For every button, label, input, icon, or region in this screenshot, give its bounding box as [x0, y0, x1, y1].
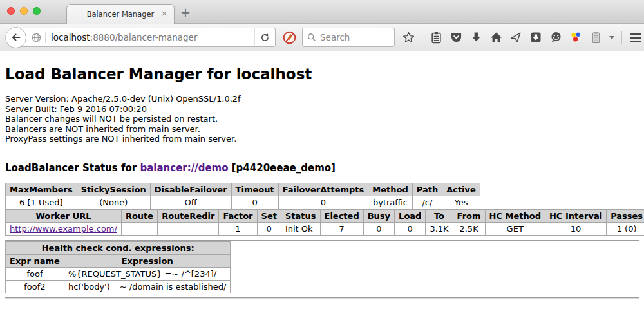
cell-worker-url: http://www.example.com/	[6, 222, 122, 235]
col-from: From	[453, 209, 485, 222]
health-row-foof: foof %{REQUEST_STATUS} =~ /^[234]/	[6, 267, 231, 280]
reload-icon	[260, 33, 270, 42]
bookmark-star-icon[interactable]	[402, 31, 415, 44]
titlebar: Balancer Manager × +	[0, 0, 644, 24]
cell-expression-foof: %{REQUEST_STATUS} =~ /^[234]/	[64, 267, 231, 280]
proxypass-notice-line: ProxyPass settings are NOT inherited fro…	[5, 134, 639, 144]
health-check-table: Health check cond. expressions: Expr nam…	[5, 241, 231, 293]
cell-hc-method: GET	[485, 222, 545, 235]
downloads-icon[interactable]	[469, 31, 482, 44]
page-content: Load Balancer Manager for localhost Serv…	[0, 51, 644, 316]
navigation-toolbar: localhost:8880/balancer-manager Search	[0, 24, 644, 51]
col-maxmembers: MaxMembers	[6, 183, 77, 196]
cell-passes: 1 (0)	[607, 222, 644, 235]
health-table-title: Health check cond. expressions:	[6, 241, 231, 254]
col-timeout: Timeout	[231, 183, 278, 196]
col-active: Active	[442, 183, 480, 196]
url-bar[interactable]: localhost:8880/balancer-manager	[15, 28, 276, 47]
url-path: :8880/balancer-manager	[90, 32, 198, 42]
site-identity-globe-icon[interactable]	[32, 33, 41, 42]
cell-route	[121, 222, 157, 235]
cell-path: /c/	[412, 196, 442, 209]
colored-dots-addon-icon[interactable]	[569, 31, 582, 44]
col-load: Load	[395, 209, 426, 222]
tab-title: Balancer Manager	[87, 10, 155, 19]
col-busy: Busy	[363, 209, 394, 222]
url-text[interactable]: localhost:8880/balancer-manager	[51, 32, 254, 42]
search-field[interactable]: Search	[302, 28, 395, 47]
balancer-demo-link[interactable]: balancer://demo	[140, 162, 228, 174]
cell-active: Yes	[442, 196, 480, 209]
close-window-button[interactable]	[7, 7, 15, 15]
worker-header-row: Worker URL Route RouteRedir Factor Set S…	[6, 209, 644, 222]
video-download-helper-icon[interactable]	[529, 31, 542, 44]
cell-stickysession: (None)	[77, 196, 150, 209]
worker-table: Worker URL Route RouteRedir Factor Set S…	[5, 209, 644, 236]
urlbar-divider	[45, 32, 46, 43]
col-stickysession: StickySession	[77, 183, 150, 196]
server-built-line: Server Built: Feb 9 2016 07:00:20	[5, 104, 639, 115]
col-hc-method: HC Method	[485, 209, 545, 222]
cell-expr-name-foof: foof	[6, 267, 64, 280]
col-failoverattempts: FailoverAttempts	[278, 183, 368, 196]
worker-data-row: http://www.example.com/ 1 0 Init Ok 7 0 …	[6, 222, 644, 235]
health-title-row: Health check cond. expressions:	[6, 241, 231, 254]
search-placeholder: Search	[320, 32, 350, 42]
url-host: localhost	[51, 32, 90, 42]
toolbar-separator	[621, 31, 622, 44]
minimize-window-button[interactable]	[20, 7, 28, 15]
cell-expression-foof2: hc('body') =~ /domain is established/	[64, 280, 231, 293]
col-route: Route	[121, 209, 157, 222]
col-elected: Elected	[320, 209, 363, 222]
cell-routeredir	[158, 222, 219, 235]
cell-elected: 7	[320, 222, 363, 235]
window-controls	[7, 7, 41, 15]
new-tab-button[interactable]: +	[180, 6, 191, 19]
cell-failoverattempts: 0	[278, 196, 368, 209]
col-routeredir: RouteRedir	[158, 209, 219, 222]
balancer-data-row: 6 [1 Used] (None) Off 0 0 bytraffic /c/ …	[6, 196, 480, 209]
reload-button[interactable]	[254, 28, 275, 46]
col-worker-url: Worker URL	[6, 209, 122, 222]
cell-hc-interval: 10	[545, 222, 606, 235]
pocket-icon[interactable]	[450, 31, 462, 44]
plugin-blocked-icon[interactable]	[283, 31, 296, 44]
col-to: To	[426, 209, 453, 222]
col-expr-name: Expr name	[6, 254, 64, 267]
cell-factor: 1	[219, 222, 257, 235]
worker-url-link[interactable]: http://www.example.com/	[10, 224, 117, 234]
search-icon	[307, 33, 316, 42]
clipboard-addon-icon[interactable]	[589, 31, 602, 44]
home-icon[interactable]	[489, 31, 502, 44]
col-passes: Passes	[607, 209, 644, 222]
cell-set: 0	[257, 222, 281, 235]
toolbar-separator	[422, 31, 422, 44]
col-method: Method	[368, 183, 412, 196]
bookmarks-menu-icon[interactable]	[430, 31, 442, 44]
page-title: Load Balancer Manager for localhost	[5, 66, 639, 82]
chat-smiley-icon[interactable]	[549, 31, 562, 44]
col-expression: Expression	[64, 254, 231, 267]
tab-balancer-manager[interactable]: Balancer Manager ×	[66, 4, 175, 24]
col-factor: Factor	[219, 209, 257, 222]
cell-busy: 0	[363, 222, 394, 235]
menu-hamburger-icon[interactable]	[629, 31, 642, 44]
tab-close-icon[interactable]: ×	[161, 10, 167, 17]
zoom-window-button[interactable]	[33, 7, 41, 15]
back-arrow-icon	[11, 32, 21, 42]
col-disablefailover: DisableFailover	[150, 183, 231, 196]
chevron-down-icon[interactable]	[609, 36, 614, 39]
persist-notice-line: Balancer changes will NOT be persisted o…	[5, 114, 639, 124]
cell-timeout: 0	[231, 196, 278, 209]
loadbalancer-status-heading: LoadBalancer Status for balancer://demo …	[5, 162, 639, 174]
bottom-rule	[5, 297, 639, 299]
back-button[interactable]	[5, 27, 26, 48]
cell-load: 0	[395, 222, 426, 235]
server-version-line: Server Version: Apache/2.5.0-dev (Unix) …	[5, 94, 639, 104]
col-hc-interval: HC Interval	[545, 209, 606, 222]
health-row-foof2: foof2 hc('body') =~ /domain is establish…	[6, 280, 231, 293]
send-tab-icon[interactable]	[509, 31, 522, 44]
balancer-header-row: MaxMembers StickySession DisableFailover…	[6, 183, 480, 196]
browser-window: Balancer Manager × + localhost:8880/bala…	[0, 0, 644, 316]
inherit-notice-line: Balancers are NOT inherited from main se…	[5, 124, 639, 135]
